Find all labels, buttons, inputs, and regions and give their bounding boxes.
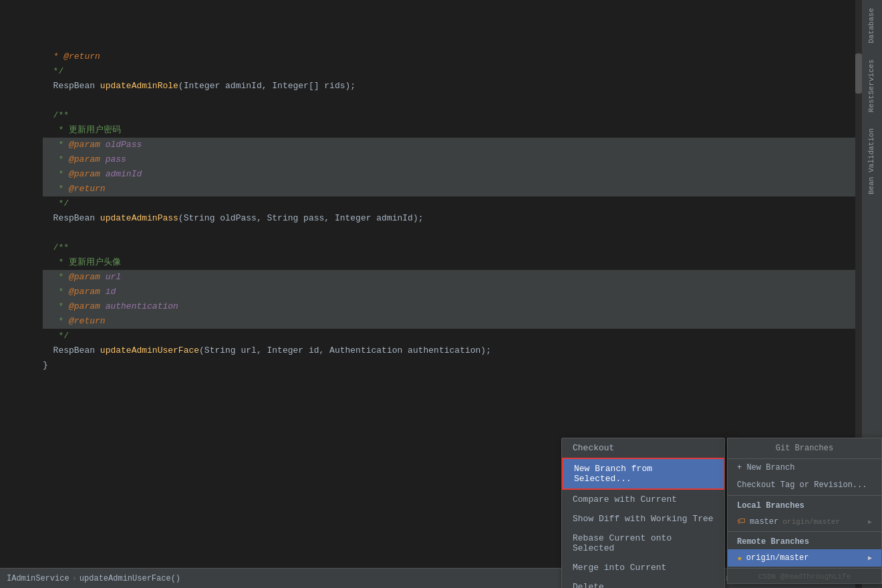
local-branch-0[interactable]: 🏷masterorigin/master▶ [728,513,881,530]
context-menu-item-0[interactable]: Checkout [562,438,724,458]
scroll-thumb[interactable] [855,53,862,94]
code-line: * @param pass [43,152,862,167]
code-line: /** [43,241,862,255]
git-footer: CSDN @ReadThroughLife [728,570,881,583]
context-menu-item-6[interactable]: Delete [562,577,724,588]
breadcrumb-service: IAdminService [7,574,69,583]
code-line: * @return [43,182,862,196]
code-line: * @return [43,49,862,64]
code-line: * @return [43,314,862,329]
git-branches-header: Git Branches [728,438,881,459]
code-line: */ [43,196,862,211]
context-menu-item-1[interactable]: New Branch from Selected... [562,458,724,490]
context-menu-item-4[interactable]: Rebase Current onto Selected [562,529,724,558]
code-line: * @param oldPass [43,138,862,152]
code-line: */ [43,329,862,343]
context-menu: CheckoutNew Branch from Selected...Compa… [561,438,725,588]
code-line: * @param id [43,285,862,299]
code-line: /** [43,108,862,123]
git-divider-2 [728,531,881,532]
code-line: * 更新用户头像 [43,255,862,270]
git-action-1[interactable]: Checkout Tag or Revision... [728,476,881,494]
breadcrumb: IAdminService › updateAdminUserFace() [7,574,180,583]
code-line: RespBean updateAdminPass(String oldPass,… [43,211,862,226]
code-line: RespBean updateAdminRole(Integer adminId… [43,79,862,94]
tab-bean-validation[interactable]: Bean Validation [863,120,881,202]
code-line [43,94,862,108]
code-line: RespBean updateAdminUserFace(String url,… [43,343,862,358]
git-divider-1 [728,495,881,496]
code-line: */ [43,64,862,79]
git-action-0[interactable]: + New Branch [728,459,881,476]
context-menu-item-2[interactable]: Compare with Current [562,490,724,509]
code-line [43,226,862,241]
local-branches-header: Local Branches [728,497,881,513]
git-divider-3 [728,568,881,569]
tab-database[interactable]: Database [863,0,881,51]
breadcrumb-method: updateAdminUserFace() [80,574,180,583]
code-line: * @param url [43,270,862,285]
remote-branches-header: Remote Branches [728,533,881,549]
code-line: * @param adminId [43,167,862,182]
code-line: } [43,358,862,373]
context-menu-item-3[interactable]: Show Diff with Working Tree [562,509,724,529]
code-line: * 更新用户密码 [43,123,862,138]
git-branches-panel: Git Branches + New BranchCheckout Tag or… [727,438,882,584]
remote-branch-0[interactable]: ★origin/master▶ [728,549,881,567]
tab-restservices[interactable]: RestServices [863,51,881,120]
code-line: * @param authentication [43,299,862,314]
context-menu-item-5[interactable]: Merge into Current [562,558,724,577]
